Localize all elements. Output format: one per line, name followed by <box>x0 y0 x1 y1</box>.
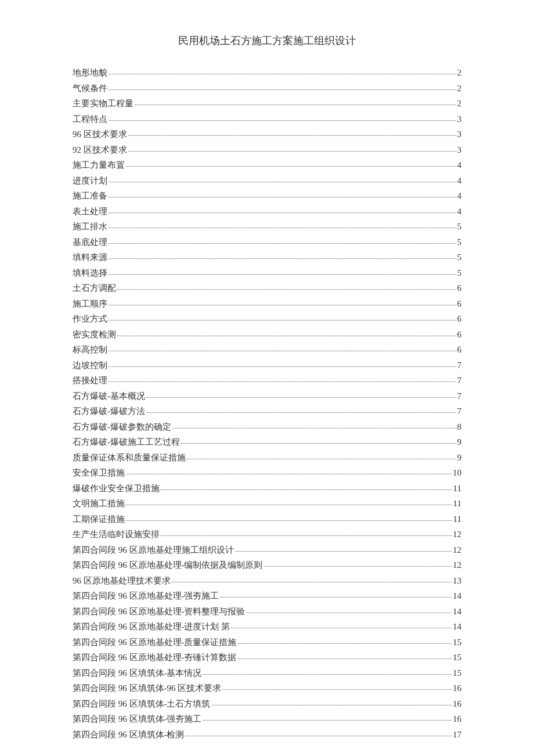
toc-row: 第四合同段 96 区原地基处理-编制依据及编制原则12 <box>73 561 461 570</box>
toc-page-number: 13 <box>453 577 461 585</box>
toc-row: 第四合同段 96 区填筑体-强夯施工16 <box>73 715 461 723</box>
toc-label: 填料选择 <box>73 269 107 278</box>
toc-leader-dots <box>221 597 452 597</box>
toc-row: 基底处理5 <box>73 238 461 247</box>
toc-leader-dots <box>109 182 456 182</box>
toc-leader-dots <box>109 74 456 74</box>
toc-label: 填料来源 <box>73 253 107 262</box>
toc-page-number: 2 <box>457 99 462 108</box>
toc-page-number: 11 <box>453 515 461 524</box>
toc-label: 工期保证措施 <box>73 515 125 524</box>
toc-page-number: 6 <box>457 284 462 293</box>
toc-leader-dots <box>126 474 452 474</box>
toc-row: 搭接处理7 <box>73 376 461 385</box>
toc-leader-dots <box>128 135 456 136</box>
toc-page-number: 7 <box>457 392 462 401</box>
toc-leader-dots <box>126 520 452 521</box>
toc-row: 填料选择5 <box>73 269 461 278</box>
toc-page-number: 6 <box>457 330 462 339</box>
toc-row: 土石方调配6 <box>73 284 461 293</box>
toc-page-number: 12 <box>453 546 461 555</box>
toc-page-number: 11 <box>453 499 461 508</box>
toc-leader-dots <box>146 397 456 398</box>
toc-page-number: 4 <box>457 207 462 216</box>
toc-leader-dots <box>181 443 456 444</box>
toc-leader-dots <box>172 582 452 582</box>
toc-row: 填料来源5 <box>73 253 461 262</box>
toc-row: 92 区技术要求3 <box>73 146 461 154</box>
toc-leader-dots <box>203 720 452 721</box>
toc-leader-dots <box>109 120 456 121</box>
toc-page-number: 4 <box>457 161 462 170</box>
toc-page-number: 14 <box>453 607 461 616</box>
toc-label: 第四合同段 96 区原地基处理-资料整理与报验 <box>73 607 246 616</box>
toc-page-number: 16 <box>453 700 461 708</box>
toc-leader-dots <box>161 489 452 490</box>
toc-leader-dots <box>109 243 456 244</box>
toc-row: 石方爆破-基本概况7 <box>73 392 461 401</box>
toc-label: 第四合同段 96 区原地基处理-夯锤计算数据 <box>73 653 237 662</box>
toc-row: 施工顺序6 <box>73 300 461 308</box>
toc-row: 施工排水5 <box>73 222 461 231</box>
toc-leader-dots <box>161 535 452 536</box>
toc-label: 第四合同段 96 区原地基处理-质量保证措施 <box>73 638 237 647</box>
toc-label: 标高控制 <box>73 345 107 354</box>
toc-label: 表土处理 <box>73 207 107 216</box>
toc-leader-dots <box>109 274 456 275</box>
toc-row: 第四合同段 96 区填筑体-检测17 <box>73 730 461 739</box>
toc-label: 主要实物工程量 <box>73 99 134 108</box>
toc-row: 工期保证措施11 <box>73 515 461 524</box>
toc-leader-dots <box>222 689 452 690</box>
toc-row: 第四合同段 96 区原地基处理施工组织设计12 <box>73 546 461 555</box>
toc-label: 质量保证体系和质量保证措施 <box>73 453 186 462</box>
toc-label: 施工准备 <box>73 192 107 200</box>
toc-label: 第四合同段 96 区填筑体-基本情况 <box>73 669 202 678</box>
toc-row: 第四合同段 96 区填筑体-96 区技术要求16 <box>73 684 461 693</box>
toc-leader-dots <box>186 736 452 736</box>
toc-label: 进度计划 <box>73 177 107 185</box>
toc-leader-dots <box>117 336 456 336</box>
toc-leader-dots <box>128 151 456 152</box>
toc-row: 密实度检测6 <box>73 330 461 339</box>
toc-row: 生产生活临时设施安排12 <box>73 530 461 539</box>
toc-leader-dots <box>109 258 456 259</box>
toc-page-number: 5 <box>457 253 462 262</box>
toc-page-number: 6 <box>457 315 462 323</box>
page-title: 民用机场土石方施工方案施工组织设计 <box>73 34 461 48</box>
toc-label: 石方爆破-爆破方法 <box>73 407 145 416</box>
toc-label: 边坡控制 <box>73 361 107 370</box>
toc-row: 石方爆破-爆破施工工艺过程9 <box>73 438 461 447</box>
toc-label: 第四合同段 96 区填筑体-96 区技术要求 <box>73 684 221 693</box>
toc-row: 第四合同段 96 区原地基处理-强夯施工14 <box>73 592 461 600</box>
toc-leader-dots <box>117 289 456 290</box>
toc-label: 文明施工措施 <box>73 499 125 508</box>
toc-label: 第四合同段 96 区填筑体-强夯施工 <box>73 715 202 723</box>
toc-row: 工程特点3 <box>73 115 461 124</box>
toc-row: 表土处理4 <box>73 207 461 216</box>
toc-label: 92 区技术要求 <box>73 146 127 154</box>
toc-row: 第四合同段 96 区原地基处理-质量保证措施15 <box>73 638 461 647</box>
toc-leader-dots <box>146 412 456 413</box>
toc-label: 气候条件 <box>73 84 107 93</box>
toc-leader-dots <box>172 428 456 429</box>
toc-label: 生产生活临时设施安排 <box>73 530 160 539</box>
toc-label: 密实度检测 <box>73 330 116 339</box>
toc-row: 进度计划4 <box>73 177 461 185</box>
toc-leader-dots <box>109 228 456 228</box>
table-of-contents: 地形地貌2气候条件2主要实物工程量2工程特点396 区技术要求392 区技术要求… <box>73 69 461 739</box>
toc-page-number: 8 <box>457 423 462 431</box>
toc-label: 地形地貌 <box>73 69 107 77</box>
toc-page-number: 5 <box>457 238 462 247</box>
toc-page-number: 15 <box>453 653 461 662</box>
toc-leader-dots <box>109 320 456 321</box>
toc-row: 边坡控制7 <box>73 361 461 370</box>
toc-leader-dots <box>109 305 456 305</box>
toc-page-number: 11 <box>453 484 461 493</box>
toc-row: 施工准备4 <box>73 192 461 200</box>
toc-row: 第四合同段 96 区原地基处理-夯锤计算数据15 <box>73 653 461 662</box>
toc-leader-dots <box>109 381 456 382</box>
toc-row: 第四合同段 96 区填筑体-基本情况15 <box>73 669 461 678</box>
toc-label: 搭接处理 <box>73 376 107 385</box>
toc-label: 第四合同段 96 区原地基处理施工组织设计 <box>73 546 234 555</box>
toc-label: 石方爆破-爆破施工工艺过程 <box>73 438 180 447</box>
